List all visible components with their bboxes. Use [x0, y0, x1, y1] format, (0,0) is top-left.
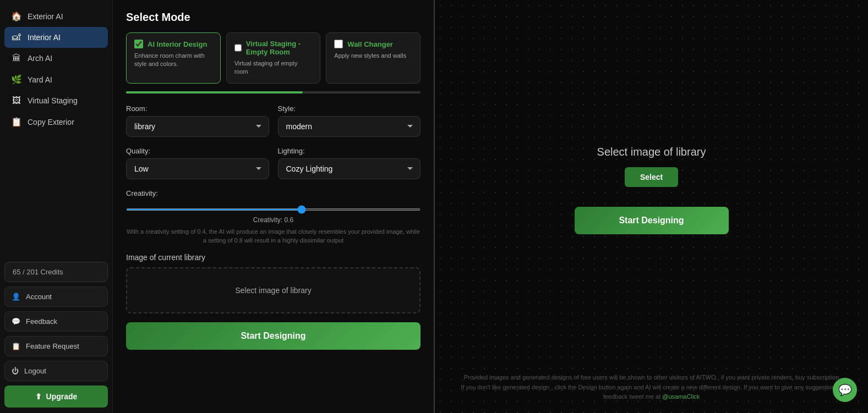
image-section: Image of current library Select image of… [126, 253, 421, 313]
sidebar-item-label: Yard AI [28, 75, 52, 84]
sidebar-item-copy-exterior[interactable]: 📋 Copy Exterior [4, 111, 108, 133]
creativity-section: Creativity: Creativity: 0.6 With a creat… [126, 189, 421, 245]
lighting-label: Lighting: [278, 147, 421, 155]
feedback-label: Feedback [26, 317, 57, 326]
account-icon: 👤 [12, 293, 20, 301]
feature-icon: 📋 [12, 342, 20, 350]
right-panel: Select image of library Select Start Des… [435, 0, 868, 413]
chat-icon: 💬 [838, 383, 852, 397]
footer-text2: If you don't like generated design , cli… [461, 384, 842, 400]
logout-label: Logout [24, 367, 46, 375]
feature-request-label: Feature Request [26, 342, 79, 350]
sidebar-item-interior-ai[interactable]: 🛋 Interior AI [4, 27, 108, 48]
feedback-button[interactable]: 💬 Feedback [4, 311, 108, 332]
sidebar-item-yard-ai[interactable]: 🌿 Yard AI [4, 69, 108, 90]
room-style-row: Room: living roombedroombathroomkitchenl… [126, 104, 421, 137]
mode-checkbox-virtual-staging[interactable] [234, 43, 242, 52]
creativity-label: Creativity: [126, 189, 421, 197]
creativity-value: Creativity: 0.6 [126, 216, 421, 224]
sidebar-item-arch-ai[interactable]: 🏛 Arch AI [4, 48, 108, 69]
virtual-staging-icon: 🖼 [11, 96, 22, 106]
lighting-group: Lighting: Natural LightBright LightCozy … [278, 147, 421, 179]
sidebar-item-label: Virtual Staging [28, 96, 78, 105]
mode-card-desc: Enhance room charm with style and colors… [134, 52, 212, 69]
mode-checkbox-ai-interior[interactable] [134, 40, 143, 48]
mode-card-ai-interior[interactable]: AI Interior Design Enhance room charm wi… [126, 32, 221, 84]
image-upload-label: Select image of library [235, 286, 312, 295]
style-select[interactable]: moderncontemporaryminimalisttraditionali… [278, 116, 421, 137]
mode-card-title: AI Interior Design [148, 40, 207, 48]
right-footer: Provided images and generated designs of… [456, 373, 846, 402]
creativity-hint: With a creativity setting of 0.4, the AI… [126, 227, 421, 245]
yard-ai-icon: 🌿 [11, 74, 22, 85]
mode-card-header: Virtual Staging - Empty Room [234, 40, 313, 56]
mode-card-desc: Virtual staging of empty room [234, 59, 313, 76]
slider-container [126, 203, 421, 213]
mode-card-virtual-staging[interactable]: Virtual Staging - Empty Room Virtual sta… [226, 32, 321, 84]
mode-card-header: Wall Changer [334, 40, 412, 48]
upgrade-icon: ⬆ [35, 392, 42, 401]
right-start-button[interactable]: Start Designing [575, 207, 729, 234]
upgrade-button[interactable]: ⬆ Upgrade [4, 386, 108, 408]
mode-cards: AI Interior Design Enhance room charm wi… [126, 32, 421, 84]
sidebar-item-label: Interior AI [28, 33, 61, 42]
right-select-button[interactable]: Select [625, 167, 678, 187]
mode-checkbox-wall-changer[interactable] [334, 40, 343, 48]
right-panel-title: Select image of library [597, 146, 706, 158]
room-select[interactable]: living roombedroombathroomkitchenlibrary… [126, 116, 269, 137]
mode-card-header: AI Interior Design [134, 40, 212, 48]
logout-icon: ⏻ [12, 367, 19, 375]
interior-ai-icon: 🛋 [11, 32, 22, 42]
image-section-title: Image of current library [126, 253, 421, 262]
style-group: Style: moderncontemporaryminimalisttradi… [278, 104, 421, 137]
sidebar-item-exterior-ai[interactable]: 🏠 Exterior AI [4, 5, 108, 27]
logout-button[interactable]: ⏻ Logout [4, 361, 108, 381]
room-group: Room: living roombedroombathroomkitchenl… [126, 104, 269, 137]
select-mode-title: Select Mode [126, 11, 421, 24]
footer-text1: Provided images and generated designs of… [464, 374, 839, 381]
creativity-slider[interactable] [126, 208, 421, 211]
right-content: Select image of library Select Start Des… [575, 146, 729, 234]
sidebar-item-label: Copy Exterior [28, 118, 74, 126]
image-upload-area[interactable]: Select image of library [126, 267, 421, 313]
start-btn-label: Start Designing [241, 331, 305, 340]
main-area: Select Mode AI Interior Design Enhance r… [113, 0, 868, 413]
right-select-label: Select [640, 173, 663, 181]
mode-card-title: Virtual Staging - Empty Room [246, 40, 313, 56]
account-label: Account [26, 293, 52, 301]
quality-group: Quality: LowMediumHighUltra [126, 147, 269, 179]
progress-bar-fill [126, 91, 303, 93]
mode-card-wall-changer[interactable]: Wall Changer Apply new styles and walls [326, 32, 421, 84]
lighting-select[interactable]: Natural LightBright LightCozy LightingWa… [278, 158, 421, 179]
mode-card-desc: Apply new styles and walls [334, 52, 412, 60]
sidebar-item-label: Arch AI [28, 54, 52, 63]
quality-label: Quality: [126, 147, 269, 155]
start-designing-button[interactable]: Start Designing [126, 322, 421, 350]
sidebar-item-virtual-staging[interactable]: 🖼 Virtual Staging [4, 90, 108, 111]
copy-exterior-icon: 📋 [11, 117, 22, 127]
right-start-label: Start Designing [619, 216, 684, 225]
feature-request-button[interactable]: 📋 Feature Request [4, 336, 108, 356]
sidebar: 🏠 Exterior AI🛋 Interior AI🏛 Arch AI🌿 Yar… [0, 0, 113, 413]
upgrade-label: Upgrade [46, 392, 78, 401]
chat-bubble-button[interactable]: 💬 [833, 378, 857, 402]
left-panel: Select Mode AI Interior Design Enhance r… [113, 0, 435, 413]
exterior-ai-icon: 🏠 [11, 11, 22, 21]
mode-card-title: Wall Changer [347, 40, 393, 48]
quality-select[interactable]: LowMediumHighUltra [126, 158, 269, 179]
footer-link[interactable]: @usamaClick [662, 393, 700, 400]
feedback-icon: 💬 [12, 317, 20, 326]
account-button[interactable]: 👤 Account [4, 287, 108, 307]
sidebar-item-label: Exterior AI [28, 12, 63, 21]
quality-lighting-row: Quality: LowMediumHighUltra Lighting: Na… [126, 147, 421, 179]
credits-display: 65 / 201 Credits [4, 262, 108, 282]
arch-ai-icon: 🏛 [11, 53, 22, 63]
room-label: Room: [126, 104, 269, 113]
progress-bar-container [126, 91, 421, 93]
style-label: Style: [278, 104, 421, 113]
